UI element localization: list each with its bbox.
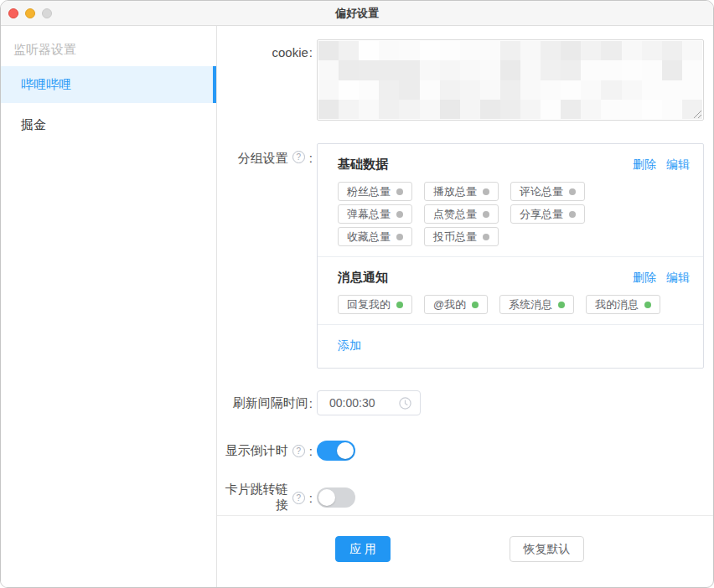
tag-comment-total[interactable]: 评论总量 xyxy=(510,182,585,201)
clock-icon xyxy=(399,397,411,410)
status-dot xyxy=(396,234,403,240)
cookie-label: cookie: xyxy=(217,39,313,121)
group-box: 基础数据 删除 编辑 粉丝总量 播放总量 评论总量 xyxy=(317,143,704,369)
tag-like-total[interactable]: 点赞总量 xyxy=(424,204,499,224)
sidebar-header: 监听器设置 xyxy=(1,33,216,66)
group-settings-row: 分组设置 ? : 基础数据 删除 xyxy=(217,143,713,369)
refresh-interval-row: 刷新间隔时间: 00:00:30 xyxy=(217,390,713,415)
sidebar-item-label: 哔哩哔哩 xyxy=(21,77,71,91)
add-group-link[interactable]: 添加 xyxy=(338,338,361,352)
tag-list: 粉丝总量 播放总量 评论总量 弹幕总量 点赞总量 分享总量 收藏总量 投币总量 xyxy=(338,182,665,246)
status-dot xyxy=(644,302,651,308)
tag-share-total[interactable]: 分享总量 xyxy=(510,204,585,224)
status-dot xyxy=(396,188,403,195)
sidebar-item-bilibili[interactable]: 哔哩哔哩 xyxy=(1,66,216,103)
tag-list: 回复我的 @我的 系统消息 我的消息 xyxy=(338,295,665,314)
cookie-row: cookie: xyxy=(217,39,713,121)
status-dot xyxy=(569,211,576,218)
toggle-knob xyxy=(318,489,335,506)
tag-fans-total[interactable]: 粉丝总量 xyxy=(338,182,412,201)
edit-link[interactable]: 编辑 xyxy=(666,157,690,173)
sidebar: 监听器设置 哔哩哔哩 掘金 xyxy=(1,26,217,587)
delete-link[interactable]: 删除 xyxy=(633,271,656,286)
tag-danmaku-total[interactable]: 弹幕总量 xyxy=(338,204,412,224)
group-title: 基础数据 xyxy=(338,157,388,173)
group-section-notifications: 消息通知 删除 编辑 回复我的 @我的 系统消息 xyxy=(318,257,703,325)
tag-coin-total[interactable]: 投币总量 xyxy=(424,227,499,246)
sidebar-item-label: 掘金 xyxy=(21,117,46,132)
status-dot xyxy=(483,211,489,218)
resize-handle-icon[interactable] xyxy=(694,111,701,118)
tag-favorite-total[interactable]: 收藏总量 xyxy=(338,227,412,246)
show-countdown-row: 显示倒计时 ? : xyxy=(217,441,713,461)
footer: 应 用 恢复默认 xyxy=(217,515,713,587)
help-icon[interactable]: ? xyxy=(292,151,305,163)
toggle-knob xyxy=(337,442,354,459)
help-icon[interactable]: ? xyxy=(292,492,305,504)
tag-my-message[interactable]: 我的消息 xyxy=(586,295,660,314)
refresh-interval-value: 00:00:30 xyxy=(329,396,399,410)
edit-link[interactable]: 编辑 xyxy=(666,271,690,286)
card-link-row: 卡片跳转链接 ? : xyxy=(217,487,713,508)
cookie-blur-mosaic xyxy=(318,41,702,119)
preferences-window: 偏好设置 监听器设置 哔哩哔哩 掘金 cookie: xyxy=(0,0,714,588)
refresh-interval-label: 刷新间隔时间: xyxy=(217,390,313,415)
card-link-label: 卡片跳转链接 ? : xyxy=(217,487,313,508)
apply-button[interactable]: 应 用 xyxy=(335,536,391,562)
tag-play-total[interactable]: 播放总量 xyxy=(424,182,499,201)
help-icon[interactable]: ? xyxy=(292,445,305,457)
group-section-basic-data: 基础数据 删除 编辑 粉丝总量 播放总量 评论总量 xyxy=(318,144,703,257)
refresh-interval-input[interactable]: 00:00:30 xyxy=(317,390,421,415)
tag-reply-to-me[interactable]: 回复我的 xyxy=(338,295,412,314)
status-dot xyxy=(396,211,403,218)
group-title: 消息通知 xyxy=(338,270,388,286)
window-title: 偏好设置 xyxy=(1,6,713,21)
sidebar-item-juejin[interactable]: 掘金 xyxy=(1,106,216,143)
status-dot xyxy=(396,302,403,308)
card-link-toggle[interactable] xyxy=(317,487,355,508)
restore-defaults-button[interactable]: 恢复默认 xyxy=(510,536,584,562)
status-dot xyxy=(472,302,479,308)
tag-at-me[interactable]: @我的 xyxy=(424,295,488,314)
status-dot xyxy=(483,188,489,195)
settings-form: cookie: 分组设 xyxy=(217,26,713,515)
show-countdown-label: 显示倒计时 ? : xyxy=(217,441,313,461)
titlebar: 偏好设置 xyxy=(1,1,713,26)
main-panel: cookie: 分组设 xyxy=(217,26,713,587)
status-dot xyxy=(483,234,489,240)
group-settings-label: 分组设置 ? : xyxy=(217,143,313,369)
show-countdown-toggle[interactable] xyxy=(317,441,355,461)
cookie-textarea[interactable] xyxy=(317,39,704,121)
status-dot xyxy=(558,302,565,308)
delete-link[interactable]: 删除 xyxy=(633,157,656,173)
status-dot xyxy=(569,188,576,195)
tag-system-message[interactable]: 系统消息 xyxy=(499,295,574,314)
